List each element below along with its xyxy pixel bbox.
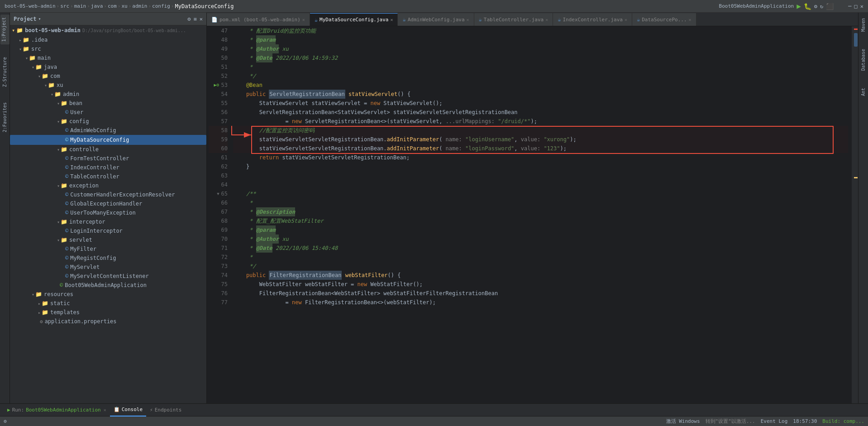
sidebar-collapse-icon[interactable]: ≡: [194, 16, 197, 22]
tree-item-User[interactable]: © User: [10, 108, 206, 117]
stop-btn[interactable]: ⬛: [826, 3, 834, 10]
tree-item-FormTestController[interactable]: © FormTestController: [10, 154, 206, 163]
tab-AdminWebConfig[interactable]: ☕ AdminWebConfig.java ✕: [398, 13, 474, 26]
coverage-btn[interactable]: ⚙: [814, 3, 817, 10]
status-bar: ⚙ 激活 Windows 转到"设置"以激活... Event Log 18:5…: [0, 416, 868, 426]
run-btn[interactable]: ▶: [796, 2, 801, 10]
code-content[interactable]: * 配置Druid的监控页功能 * @param * @Author xu * …: [229, 26, 852, 403]
tree-item-MyDataSourceConfig[interactable]: © MyDataSourceConfig: [10, 135, 206, 145]
tree-item-AdminWebConfig[interactable]: © AdminWebConfig: [10, 126, 206, 135]
tree-item-bean[interactable]: ▾ 📁 bean: [10, 99, 206, 108]
tree-item-Boot05WebAdminApplication[interactable]: © Boot05WebAdminApplication: [10, 281, 206, 290]
tab-MyDataSourceConfig[interactable]: ☕ MyDataSourceConfig.java ✕: [310, 13, 398, 26]
window-max[interactable]: □: [854, 3, 858, 10]
tree-item-UserTooManyException[interactable]: © UserTooManyException: [10, 208, 206, 217]
bottom-tab-bar: ▶ Run: Boot05WebAdminApplication ✕ 📋 Con…: [0, 404, 868, 416]
code-line-54: public ServletRegistrationBean statViewS…: [233, 90, 848, 99]
tree-item-com[interactable]: ▾ 📁 com: [10, 72, 206, 81]
debug-btn[interactable]: 🐛: [804, 3, 811, 10]
tree-item-config[interactable]: ▾ 📁 config: [10, 117, 206, 126]
tree-item-MyFilter[interactable]: © MyFilter: [10, 244, 206, 254]
run-app-name: Boot05WebAdminApplication: [26, 407, 101, 413]
right-panel-tabs: Maven Database Ant: [858, 13, 868, 403]
tree-item-src[interactable]: ▾ 📁 src: [10, 44, 206, 53]
tree-item-TableController[interactable]: © TableController: [10, 172, 206, 181]
panel-tab-structure[interactable]: Z-Structure: [1, 54, 8, 90]
tree-item-admin[interactable]: ▾ 📁 admin: [10, 90, 206, 99]
line-numbers: 47 48 49 50: [207, 26, 229, 403]
tree-item-MyServletContentListener[interactable]: © MyServletContentListener: [10, 272, 206, 281]
tree-item-IndexController[interactable]: © IndexController: [10, 163, 206, 172]
status-left: ⚙: [4, 418, 7, 424]
code-line-75: WebStatFilter webStatFilter = new WebSta…: [233, 280, 848, 289]
tree-item-LoginInterceptor[interactable]: © LoginInterceptor: [10, 226, 206, 235]
dropdown-icon[interactable]: ▾: [38, 16, 41, 21]
code-line-55: StatViewServlet statViewServlet = new St…: [233, 99, 848, 108]
code-editor[interactable]: 47 48 49 50: [207, 26, 858, 403]
breadcrumb: boot-05-web-admin › src › main › java › …: [5, 3, 234, 10]
panel-tab-favorites[interactable]: 2:Favorites: [1, 100, 8, 135]
code-line-62: }: [233, 162, 848, 171]
tab-TableController[interactable]: ☕ TableController.java ✕: [474, 13, 553, 26]
tree-item-java[interactable]: ▾ 📁 java: [10, 62, 206, 72]
app-container: boot-05-web-admin › src › main › java › …: [0, 0, 868, 426]
tree-item-GlobalExceptionHandler[interactable]: © GlobalExceptionHandler: [10, 199, 206, 208]
right-panel-ant[interactable]: Ant: [859, 84, 867, 100]
right-panel-database[interactable]: Database: [859, 45, 867, 74]
top-bar: boot-05-web-admin › src › main › java › …: [0, 0, 868, 13]
code-line-69: * @param: [233, 225, 848, 235]
right-panel-maven[interactable]: Maven: [859, 14, 867, 35]
run-icon: ▶: [7, 407, 10, 413]
sidebar-close-icon[interactable]: ✕: [200, 16, 203, 22]
code-line-60: statViewServletServletRegistrationBean.a…: [233, 144, 848, 153]
tree-item-idea[interactable]: ▸ 📁 .idea: [10, 35, 206, 44]
code-line-71: * @Date 2022/10/06 15:40:48: [233, 244, 848, 253]
bottom-tab-endpoints[interactable]: ⚡ Endpoints: [146, 404, 185, 416]
status-build[interactable]: Build: comp...: [822, 418, 864, 424]
tab-close-adminweb[interactable]: ✕: [467, 17, 469, 22]
tab-close-table[interactable]: ✕: [545, 17, 548, 22]
tab-IndexController[interactable]: ☕ IndexController.java ✕: [553, 13, 632, 26]
code-line-65: /**: [233, 189, 848, 198]
tree-item-MyServlet[interactable]: © MyServlet: [10, 263, 206, 272]
tree-item-application-properties[interactable]: ⚙ application.properties: [10, 317, 206, 326]
editor-section: 📄 pom.xml (boot-05-web-admin) ✕ ☕ MyData…: [207, 13, 858, 403]
tree-item-servlet[interactable]: ▾ 📁 servlet: [10, 235, 206, 244]
left-panel-tabs: 1:Project Z-Structure 2:Favorites: [0, 13, 10, 403]
window-min[interactable]: ─: [848, 3, 851, 10]
code-line-48: * @param: [233, 35, 848, 44]
tab-close-pom[interactable]: ✕: [302, 17, 305, 22]
reload-btn[interactable]: ↻: [820, 3, 823, 10]
tree-item-CustomerHandlerExceptionResolver[interactable]: © CustomerHandlerExceptionResolver: [10, 190, 206, 199]
bottom-tab-run[interactable]: ▶ Run: Boot05WebAdminApplication ✕: [4, 404, 110, 416]
tree-item-MyRegistConfig[interactable]: © MyRegistConfig: [10, 254, 206, 263]
bottom-tab-console[interactable]: 📋 Console: [110, 404, 146, 416]
project-tree: ▾ 📁 boot-05-web-admin D:/Java/springBoot…: [10, 25, 206, 403]
tree-item-main[interactable]: ▾ 📁 main: [10, 53, 206, 62]
tab-DataSourcePo[interactable]: ☕ DataSourcePo... ✕: [632, 13, 696, 26]
window-close[interactable]: ✕: [860, 3, 863, 10]
code-line-51: *: [233, 62, 848, 72]
tree-item-xu[interactable]: ▾ 📁 xu: [10, 81, 206, 90]
tree-item-controlle[interactable]: ▾ 📁 controlle: [10, 145, 206, 154]
tab-close-datasource[interactable]: ✕: [689, 17, 692, 22]
run-close[interactable]: ✕: [104, 407, 106, 412]
console-icon: 📋: [114, 407, 120, 412]
tree-item-exception[interactable]: ▾ 📁 exception: [10, 181, 206, 190]
event-log-label[interactable]: Event Log: [761, 418, 788, 424]
sidebar-header: Project ▾ ⚙ ≡ ✕: [10, 13, 206, 25]
panel-tab-project[interactable]: 1:Project: [0, 14, 10, 44]
code-line-72: *: [233, 253, 848, 262]
tab-pom[interactable]: 📄 pom.xml (boot-05-web-admin) ✕: [207, 13, 310, 26]
scroll-markers: [852, 26, 858, 403]
status-activate-settings[interactable]: 转到"设置"以激活...: [706, 418, 755, 425]
tab-close-index[interactable]: ✕: [625, 17, 627, 22]
code-line-64: [233, 180, 848, 189]
tree-item-static[interactable]: ▸ 📁 static: [10, 299, 206, 308]
tree-item-templates[interactable]: ▸ 📁 templates: [10, 308, 206, 317]
sidebar-gear-icon[interactable]: ⚙: [187, 16, 191, 22]
tree-item-root[interactable]: ▾ 📁 boot-05-web-admin D:/Java/springBoot…: [10, 25, 206, 35]
tree-item-resources[interactable]: ▾ 📁 resources: [10, 290, 206, 299]
tree-item-interceptor[interactable]: ▾ 📁 interceptor: [10, 217, 206, 226]
tab-close-mydatasource[interactable]: ✕: [390, 17, 393, 22]
